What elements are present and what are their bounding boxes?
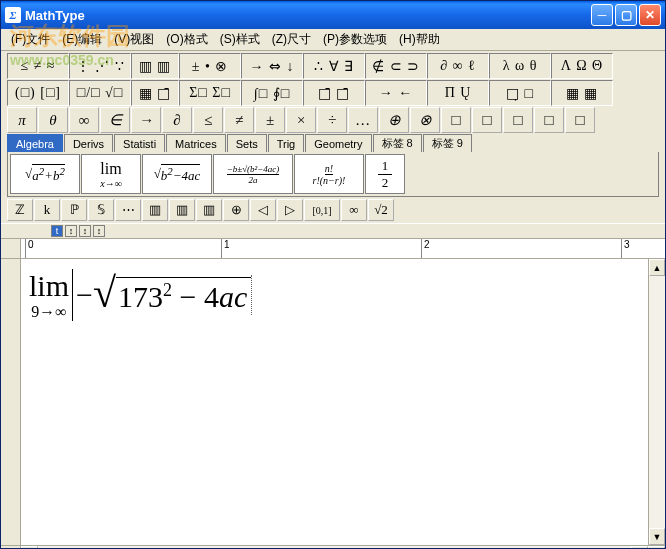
sm-k[interactable]: k xyxy=(34,199,60,221)
eq-radicand: 1732 − 4ac xyxy=(116,277,251,314)
sym-pi[interactable]: π xyxy=(7,107,37,133)
palette-operators[interactable]: ± • ⊗ xyxy=(179,53,241,79)
palette-sums[interactable]: Σ□ Σ□ xyxy=(179,80,241,106)
sym-partial[interactable]: ∂ xyxy=(162,107,192,133)
ruler-vertical xyxy=(1,259,21,545)
menubar: (F)文件 (E)编辑 (V)视图 (O)格式 (S)样式 (Z)尺寸 (P)参… xyxy=(1,29,665,51)
tiny-2[interactable]: ↕ xyxy=(79,225,91,237)
palette-logic[interactable]: ∴ ∀ ∃ xyxy=(303,53,365,79)
sym-slot-5[interactable]: □ xyxy=(565,107,595,133)
menu-preferences[interactable]: (P)参数选项 xyxy=(317,29,393,50)
sm-cdots[interactable]: ⋯ xyxy=(115,199,141,221)
sm-box3[interactable]: ▥ xyxy=(196,199,222,221)
menu-file[interactable]: (F)文件 xyxy=(5,29,56,50)
menu-format[interactable]: (O)格式 xyxy=(160,29,213,50)
sym-oplus[interactable]: ⊕ xyxy=(379,107,409,133)
tab-custom-8[interactable]: 标签 8 xyxy=(373,134,422,152)
maximize-button[interactable]: ▢ xyxy=(615,4,637,26)
sym-arrow[interactable]: → xyxy=(131,107,161,133)
menu-size[interactable]: (Z)尺寸 xyxy=(266,29,317,50)
template-sqrt-sum[interactable]: √a2+b2 xyxy=(10,154,80,194)
palette-misc[interactable]: ∂ ∞ ℓ xyxy=(427,53,489,79)
sym-slot-3[interactable]: □ xyxy=(503,107,533,133)
tiny-t[interactable]: t xyxy=(51,225,63,237)
palette-settheory[interactable]: ∉ ⊂ ⊃ xyxy=(365,53,427,79)
sm-integers[interactable]: ℤ xyxy=(7,199,33,221)
eq-lim-sub: 9→∞ xyxy=(31,303,66,321)
sym-slot-1[interactable]: □ xyxy=(441,107,471,133)
palette-matrices[interactable]: ▦ ▦ xyxy=(551,80,613,106)
palette-underbars[interactable]: □̄ □̄ xyxy=(303,80,365,106)
tab-geometry[interactable]: Geometry xyxy=(305,134,371,152)
menu-edit[interactable]: (E)编辑 xyxy=(56,29,108,50)
tiny-toolbar: t ↕ ↕ ↕ xyxy=(1,223,665,239)
tab-custom-9[interactable]: 标签 9 xyxy=(423,134,472,152)
tab-matrices[interactable]: Matrices xyxy=(166,134,226,152)
sym-slot-4[interactable]: □ xyxy=(534,107,564,133)
palette-relational[interactable]: ≤ ≠ ≈ xyxy=(7,53,69,79)
template-half[interactable]: 1 2 xyxy=(365,154,405,194)
horizontal-scrollbar[interactable]: ◀ ▶ xyxy=(1,545,665,549)
sym-elementof[interactable]: ∈ xyxy=(100,107,130,133)
sm-interval[interactable]: [0,1] xyxy=(304,199,340,221)
tab-sets[interactable]: Sets xyxy=(227,134,267,152)
menu-help[interactable]: (H)帮助 xyxy=(393,29,446,50)
equation-canvas[interactable]: lim 9→∞ − √ 1732 − 4ac xyxy=(21,259,648,545)
palette-greek-upper[interactable]: Λ Ω Θ xyxy=(551,53,613,79)
minimize-button[interactable]: ─ xyxy=(591,4,613,26)
sym-times[interactable]: × xyxy=(286,107,316,133)
toolbox: ≤ ≠ ≈ ⋮ ⋰ ∵ ▥ ▥ ± • ⊗ → ⇔ ↓ ∴ ∀ ∃ ∉ ⊂ ⊃ … xyxy=(1,51,665,223)
scroll-down-button[interactable]: ▼ xyxy=(649,528,665,545)
palette-products[interactable]: Π Ų xyxy=(427,80,489,106)
palette-greek-lower[interactable]: λ ω θ xyxy=(489,53,551,79)
menu-style[interactable]: (S)样式 xyxy=(214,29,266,50)
palette-spaces[interactable]: ▥ ▥ xyxy=(131,53,179,79)
palette-fractions[interactable]: □/□ √□ xyxy=(69,80,131,106)
eq-lim: lim xyxy=(29,269,69,303)
text-cursor xyxy=(251,275,252,315)
palette-arrows[interactable]: → ⇔ ↓ xyxy=(241,53,303,79)
palette-overbars[interactable]: ▦ □̄ xyxy=(131,80,179,106)
sm-oplus[interactable]: ⊕ xyxy=(223,199,249,221)
eq-sqrt-icon: √ xyxy=(93,277,116,311)
sm-infty[interactable]: ∞ xyxy=(341,199,367,221)
sym-theta[interactable]: θ xyxy=(38,107,68,133)
sm-tri-right[interactable]: ▷ xyxy=(277,199,303,221)
sm-box1[interactable]: ▥ xyxy=(142,199,168,221)
palette-integrals[interactable]: ∫□ ∮□ xyxy=(241,80,303,106)
vertical-scrollbar[interactable]: ▲ ▼ xyxy=(648,259,665,545)
sm-set[interactable]: 𝕊 xyxy=(88,199,114,221)
sym-leq[interactable]: ≤ xyxy=(193,107,223,133)
close-button[interactable]: ✕ xyxy=(639,4,661,26)
sym-infinity[interactable]: ∞ xyxy=(69,107,99,133)
template-discriminant[interactable]: √b2−4ac xyxy=(142,154,212,194)
tab-trig[interactable]: Trig xyxy=(268,134,305,152)
palette-accents[interactable]: □̣ □ xyxy=(489,80,551,106)
sm-primes[interactable]: ℙ xyxy=(61,199,87,221)
sm-tri-left[interactable]: ◁ xyxy=(250,199,276,221)
palette-fences[interactable]: (□) [□] xyxy=(7,80,69,106)
titlebar: Σ MathType ─ ▢ ✕ xyxy=(1,1,665,29)
template-limit[interactable]: lim x→∞ xyxy=(81,154,141,194)
sm-box2[interactable]: ▥ xyxy=(169,199,195,221)
tab-derivs[interactable]: Derivs xyxy=(64,134,113,152)
menu-view[interactable]: (V)视图 xyxy=(108,29,160,50)
sym-ellipsis[interactable]: … xyxy=(348,107,378,133)
palette-dots[interactable]: ⋮ ⋰ ∵ xyxy=(69,53,131,79)
template-quadratic[interactable]: −b±√(b²−4ac) 2a xyxy=(213,154,293,194)
sym-div[interactable]: ÷ xyxy=(317,107,347,133)
sym-neq[interactable]: ≠ xyxy=(224,107,254,133)
equation: lim 9→∞ − √ 1732 − 4ac xyxy=(29,269,640,321)
template-binomial[interactable]: n! r!(n−r)! xyxy=(294,154,364,194)
sym-slot-2[interactable]: □ xyxy=(472,107,502,133)
scroll-up-button[interactable]: ▲ xyxy=(649,259,665,276)
tiny-3[interactable]: ↕ xyxy=(93,225,105,237)
sym-otimes[interactable]: ⊗ xyxy=(410,107,440,133)
palette-labeled-arrows[interactable]: → ← xyxy=(365,80,427,106)
scroll-track[interactable] xyxy=(649,276,665,528)
tiny-1[interactable]: ↕ xyxy=(65,225,77,237)
tab-algebra[interactable]: Algebra xyxy=(7,134,63,152)
tab-statistics[interactable]: Statisti xyxy=(114,134,165,152)
sym-pm[interactable]: ± xyxy=(255,107,285,133)
sm-sqrt2[interactable]: √2 xyxy=(368,199,394,221)
